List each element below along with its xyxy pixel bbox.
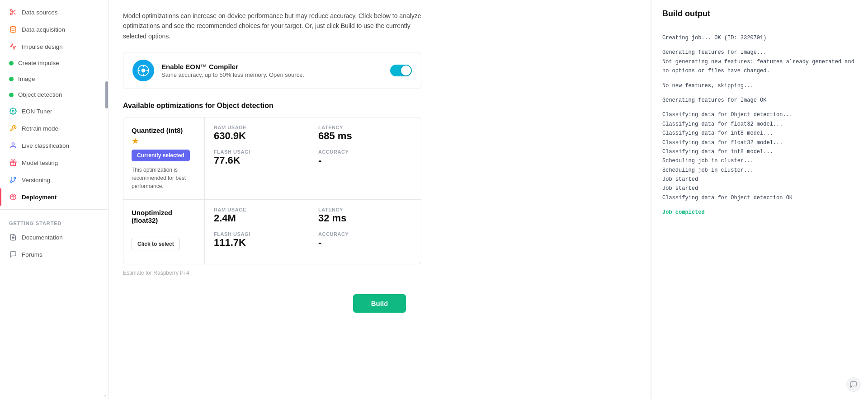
right-panel: Build output Creating job... OK (ID: 332… (651, 0, 868, 399)
sidebar-item-eon-tuner[interactable]: EON Tuner (0, 103, 108, 120)
eon-compiler-toggle[interactable] (390, 65, 412, 76)
log-line: Classifying data for float32 model... (662, 120, 857, 129)
log-line: Generating features for Image OK (662, 96, 857, 105)
log-line (662, 42, 857, 48)
opt-name-quantized: Quantized (int8) (132, 127, 196, 134)
scroll-down-arrow[interactable] (102, 393, 108, 399)
settings-icon (9, 107, 17, 115)
latency-col-f32: LATENCY 32 ms (318, 207, 412, 230)
accuracy-value-float32: - (318, 237, 412, 249)
svg-point-12 (10, 181, 12, 183)
sidebar-item-label: Deployment (22, 194, 57, 201)
log-line: Job started (662, 184, 857, 193)
flash-value-float32: 111.7K (214, 237, 307, 249)
sidebar-item-label: Impulse design (22, 43, 63, 50)
opt-desc-quantized: This optimization is recommended for bes… (132, 166, 196, 190)
svg-line-4 (12, 11, 13, 12)
accuracy-col: ACCURACY - (318, 149, 412, 172)
opt-card-quantized: Quantized (int8) ★ Currently selected Th… (123, 117, 421, 200)
flash-value-quantized: 77.6K (214, 155, 307, 166)
section-title: Available optimizations for Object detec… (123, 102, 636, 110)
log-line (662, 76, 857, 81)
sidebar-item-deployment[interactable]: Deployment (0, 188, 108, 206)
toggle-knob (401, 66, 411, 75)
status-dot (9, 93, 14, 97)
build-button[interactable]: Build (353, 294, 406, 313)
build-output-header: Build output (651, 0, 868, 26)
feedback-icon[interactable] (846, 377, 861, 392)
sidebar-item-label: Documentation (22, 234, 63, 241)
svg-point-7 (12, 143, 14, 145)
sidebar-item-impulse-design[interactable]: Impulse design (0, 38, 108, 55)
center-panel: Model optimizations can increase on-devi… (108, 0, 651, 399)
log-line: Classifying data for Object detection... (662, 110, 857, 119)
svg-line-3 (14, 13, 16, 15)
sidebar-item-data-sources[interactable]: Data sources (0, 4, 108, 21)
log-line: No new features, skipping... (662, 81, 857, 90)
eon-text: Enable EON™ Compiler Same accuracy, up t… (161, 63, 390, 78)
status-dot (9, 61, 14, 66)
opt-name-float32: Unoptimized (float32) (132, 209, 196, 224)
sidebar-item-label: EON Tuner (22, 108, 52, 115)
sidebar-item-documentation[interactable]: Documentation (0, 229, 108, 246)
log-line: Scheduling job in cluster... (662, 166, 857, 175)
sidebar-item-label: Model testing (22, 160, 58, 166)
sidebar-item-label: Image (18, 75, 35, 82)
accuracy-col-f32: ACCURACY - (318, 231, 412, 254)
opt-metrics-quantized: RAM USAGE 630.9K LATENCY 685 ms FLASH US… (205, 117, 421, 199)
log-line (662, 202, 857, 208)
ram-label-f32: RAM USAGE 2.4M (214, 207, 307, 230)
database-icon (9, 25, 17, 33)
sidebar-item-label: Retrain model (22, 125, 60, 132)
currently-selected-button[interactable]: Currently selected (132, 150, 190, 161)
git-branch-icon (9, 176, 17, 184)
svg-point-0 (10, 9, 12, 11)
sidebar-item-label: Live classification (22, 142, 69, 149)
status-dot (9, 77, 14, 81)
sidebar-item-retrain-model[interactable]: Retrain model (0, 120, 108, 137)
gift-icon (9, 159, 17, 167)
sidebar-item-label: Forums (22, 251, 42, 258)
flash-col: FLASH USAGI 77.6K (214, 149, 307, 172)
build-area: Build (123, 285, 636, 322)
opt-card-left-float32: Unoptimized (float32) Click to select (123, 200, 205, 264)
eon-compiler-box: Enable EON™ Compiler Same accuracy, up t… (123, 52, 421, 89)
sidebar-item-versioning[interactable]: Versioning (0, 171, 108, 188)
tool-icon (9, 124, 17, 132)
sidebar-item-forums[interactable]: Forums (0, 246, 108, 263)
svg-point-1 (10, 13, 12, 15)
svg-point-11 (14, 177, 16, 179)
accuracy-value-quantized: - (318, 155, 412, 166)
opt-no-star (132, 226, 196, 234)
getting-started-label: GETTING STARTED (0, 213, 108, 229)
file-text-icon (9, 233, 17, 241)
ram-value-quantized: 630.9K (214, 130, 307, 142)
sidebar-item-image[interactable]: Image (0, 71, 108, 87)
content-area: Model optimizations can increase on-devi… (108, 0, 868, 399)
log-line (662, 90, 857, 96)
eon-icon (132, 60, 154, 81)
log-line: Generating features for Image... (662, 48, 857, 57)
log-line: Scheduling job in cluster... (662, 156, 857, 165)
log-line: Creating job... OK (ID: 3320701) (662, 33, 857, 42)
log-line: Job started (662, 175, 857, 184)
sidebar-item-model-testing[interactable]: Model testing (0, 154, 108, 171)
intro-text: Model optimizations can increase on-devi… (123, 11, 421, 41)
opt-metrics-float32: RAM USAGE 2.4M LATENCY 32 ms FLASH USAGI… (205, 200, 421, 264)
sidebar-item-object-detection[interactable]: Object detection (0, 87, 108, 103)
sidebar-item-create-impulse[interactable]: Create impulse (0, 55, 108, 71)
message-circle-icon (9, 250, 17, 258)
user-icon (9, 141, 17, 150)
estimate-text: Estimate for Raspberry Pi 4 (123, 270, 421, 276)
sidebar-item-data-acquisition[interactable]: Data acquisition (0, 21, 108, 38)
scissors-icon (9, 8, 17, 16)
sidebar-item-label: Data acquisition (22, 26, 65, 33)
svg-point-6 (12, 110, 14, 112)
sidebar: Data sources Data acquisition Impulse de… (0, 0, 108, 399)
eon-subtitle: Same accuracy, up to 50% less memory. Op… (161, 71, 390, 78)
sidebar-item-live-classification[interactable]: Live classification (0, 137, 108, 154)
svg-point-5 (10, 26, 16, 28)
svg-line-13 (12, 195, 14, 196)
main-content: Model optimizations can increase on-devi… (108, 0, 868, 399)
click-to-select-button[interactable]: Click to select (132, 238, 180, 250)
